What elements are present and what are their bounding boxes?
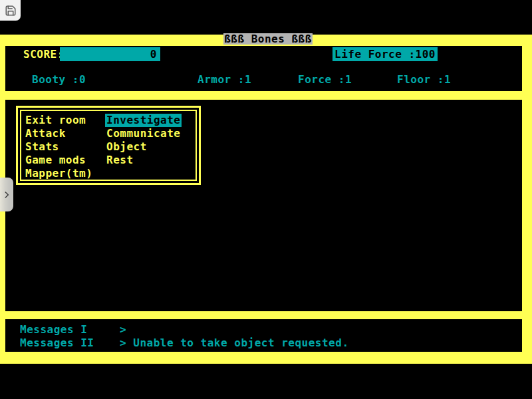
messages-ii-label: Messages II [20, 336, 94, 350]
menu-item-communicate[interactable]: Communicate [106, 127, 180, 140]
menu-item-investigate[interactable]: Investigate [105, 114, 182, 127]
menu-row: Stats Object [25, 140, 196, 154]
messages-i-label: Messages I [20, 323, 87, 336]
action-menu: Exit room Investigate Attack Communicate… [16, 106, 201, 185]
status-panel: SCORE: 0 Life Force :100 Booty :0 Armor … [5, 46, 522, 91]
stat-armor: Armor :1 [198, 73, 251, 86]
stat-booty: Booty :0 [32, 73, 86, 86]
messages-i-content: > [120, 323, 126, 336]
stat-floor: Floor :1 [397, 73, 451, 86]
save-button[interactable] [0, 0, 21, 21]
life-force-badge: Life Force :100 [332, 47, 438, 61]
menu-item-mapper[interactable]: Mapper(tm) [25, 167, 106, 180]
menu-row: Mapper(tm) [25, 167, 196, 180]
menu-row: Attack Communicate [25, 127, 196, 140]
menu-item-exit-room[interactable]: Exit room [25, 114, 106, 127]
stat-force: Force :1 [298, 73, 352, 86]
menu-item-object[interactable]: Object [106, 140, 147, 154]
menu-item-stats[interactable]: Stats [25, 140, 106, 154]
messages-ii-content: > Unable to take object requested. [120, 336, 349, 350]
chevron-right-icon [2, 190, 11, 200]
score-bar: 0 [60, 47, 160, 61]
main-viewport: Exit room Investigate Attack Communicate… [5, 100, 522, 311]
sidebar-handle[interactable] [0, 178, 13, 211]
menu-item-game-mods[interactable]: Game mods [25, 154, 106, 167]
score-label: SCORE: [23, 47, 64, 61]
menu-row: Exit room Investigate [25, 114, 196, 127]
menu-item-rest[interactable]: Rest [106, 154, 134, 167]
window-title: ßßß Bones ßßß [223, 33, 313, 45]
score-value: 0 [150, 48, 157, 61]
messages-panel: Messages I > Messages II > Unable to tak… [5, 319, 522, 352]
floppy-disk-icon [5, 5, 17, 17]
menu-item-attack[interactable]: Attack [25, 127, 106, 140]
action-menu-inner: Exit room Investigate Attack Communicate… [20, 110, 197, 181]
game-screen: ßßß Bones ßßß SCORE: 0 Life Force :100 B… [0, 0, 532, 399]
menu-row: Game mods Rest [25, 154, 196, 167]
